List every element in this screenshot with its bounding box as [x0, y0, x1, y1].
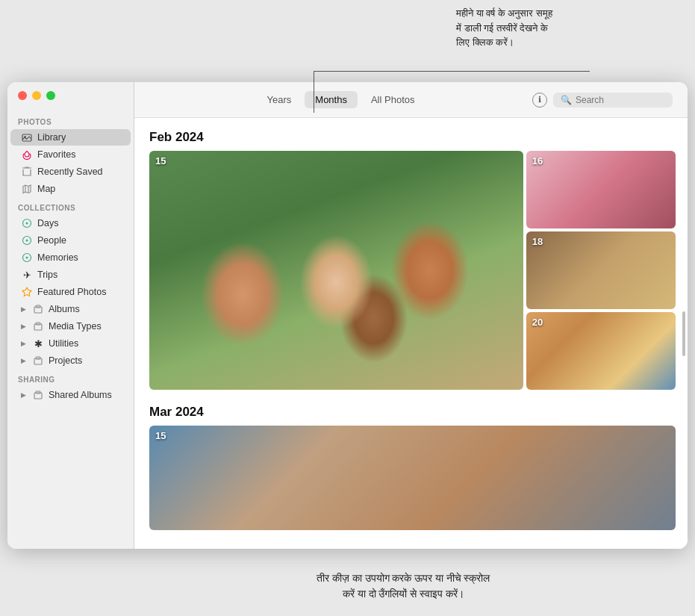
bottom-annotation: तीर कीज़ का उपयोग करके ऊपर या नीचे स्क्र…: [127, 570, 680, 603]
photo-thumb-feb-18[interactable]: 18: [526, 231, 676, 309]
shared-albums-icon: [32, 389, 44, 401]
utilities-icon: ✱: [32, 337, 44, 349]
sidebar-section-label-collections: Collections: [7, 198, 134, 214]
info-button[interactable]: ℹ: [532, 93, 547, 108]
people-icon: [21, 234, 33, 246]
sidebar-section-label-sharing: Sharing: [7, 370, 134, 386]
svg-point-5: [26, 240, 28, 242]
main-photo-mar[interactable]: 15: [149, 426, 676, 530]
map-label: Map: [37, 184, 55, 194]
month-section-feb-2024: Feb 2024 15 16 18: [149, 130, 676, 390]
albums-label: Albums: [49, 304, 80, 314]
month-label-mar: Mar 2024: [149, 405, 676, 420]
tab-all-photos[interactable]: All Photos: [361, 91, 426, 108]
utilities-label: Utilities: [49, 338, 78, 349]
featured-label: Featured Photos: [37, 287, 106, 297]
people-label: People: [37, 235, 66, 246]
photo-grid-feb: 15 16 18 20: [149, 151, 676, 390]
albums-icon: [32, 303, 44, 315]
svg-point-7: [26, 257, 28, 259]
photo-date-feb-main: 15: [155, 155, 166, 167]
month-section-mar-2024: Mar 2024 15: [149, 405, 676, 530]
shared-albums-label: Shared Albums: [49, 390, 112, 400]
search-input[interactable]: [576, 95, 665, 105]
search-bar[interactable]: 🔍: [553, 93, 673, 108]
main-photo-feb[interactable]: 15: [149, 151, 523, 390]
sidebar-section-label-photos: Photos: [7, 112, 134, 128]
photo-grid-mar: 15: [149, 426, 676, 530]
sidebar-item-utilities[interactable]: ▶ ✱ Utilities: [10, 335, 131, 352]
sidebar-section-sharing: Sharing ▶ Shared Albums: [7, 370, 134, 403]
library-label: Library: [37, 132, 66, 143]
featured-icon: [21, 286, 33, 298]
days-icon: [21, 217, 33, 229]
library-icon: [21, 131, 33, 143]
close-button[interactable]: [18, 91, 27, 100]
days-label: Days: [37, 218, 58, 228]
sidebar-item-memories[interactable]: Memories: [10, 249, 131, 266]
recently-saved-label: Recently Saved: [37, 167, 103, 177]
photo-thumb-feb-20[interactable]: 20: [526, 312, 676, 390]
sidebar-item-media-types[interactable]: ▶ Media Types: [10, 318, 131, 335]
scroll-indicator: [682, 311, 685, 356]
sidebar-item-recently-saved[interactable]: Recently Saved: [10, 164, 131, 180]
toolbar-tabs: Years Months All Photos: [149, 91, 532, 108]
minimize-button[interactable]: [32, 91, 41, 100]
sidebar-section-collections: Collections Days People: [7, 198, 134, 369]
media-types-icon: [32, 320, 44, 332]
sidebar-item-library[interactable]: Library: [10, 129, 131, 146]
photo-date-feb-16: 16: [532, 155, 543, 167]
sidebar-item-featured[interactable]: Featured Photos: [10, 284, 131, 300]
favorites-label: Favorites: [37, 149, 75, 160]
sidebar-item-albums[interactable]: ▶ Albums: [10, 301, 131, 317]
photo-date-mar-main: 15: [155, 430, 166, 441]
recently-saved-icon: [21, 166, 33, 178]
fullscreen-button[interactable]: [46, 91, 55, 100]
trips-label: Trips: [37, 270, 57, 280]
sidebar-section-photos: Photos Library: [7, 112, 134, 197]
traffic-lights: [18, 91, 55, 100]
sidebar-item-days[interactable]: Days: [10, 215, 131, 231]
map-icon: [21, 183, 33, 195]
month-label-feb: Feb 2024: [149, 130, 676, 145]
annotation-line: [314, 71, 590, 72]
photo-area[interactable]: Feb 2024 15 16 18: [134, 118, 688, 549]
search-icon: 🔍: [561, 95, 572, 105]
projects-label: Projects: [49, 355, 82, 366]
sidebar-item-projects[interactable]: ▶ Projects: [10, 352, 131, 369]
sidebar-item-trips[interactable]: ✈ Trips: [10, 267, 131, 283]
top-annotation: महीने या वर्ष के अनुसार समूह में डाली गई…: [456, 6, 650, 50]
projects-icon: [32, 355, 44, 367]
projects-chevron: ▶: [21, 357, 26, 364]
utilities-chevron: ▶: [21, 340, 26, 347]
media-types-label: Media Types: [49, 321, 102, 332]
photo-thumb-feb-16[interactable]: 16: [526, 151, 676, 228]
tab-years[interactable]: Years: [257, 91, 302, 108]
trips-icon: ✈: [21, 269, 33, 281]
sidebar-item-favorites[interactable]: Favorites: [10, 146, 131, 163]
sidebar: Photos Library: [7, 82, 134, 549]
tab-months[interactable]: Months: [305, 91, 358, 108]
sidebar-item-people[interactable]: People: [10, 232, 131, 249]
memories-label: Memories: [37, 252, 78, 263]
sidebar-item-map[interactable]: Map: [10, 181, 131, 197]
favorites-icon: [21, 149, 33, 161]
toolbar: Years Months All Photos ℹ 🔍: [134, 82, 688, 118]
memories-icon: [21, 252, 33, 264]
albums-chevron: ▶: [21, 305, 26, 313]
media-types-chevron: ▶: [21, 323, 26, 330]
shared-albums-chevron: ▶: [21, 391, 26, 399]
photo-date-feb-18: 18: [532, 236, 543, 247]
sidebar-item-shared-albums[interactable]: ▶ Shared Albums: [10, 387, 131, 403]
svg-point-3: [26, 223, 28, 225]
main-content: Years Months All Photos ℹ 🔍 Feb 2024 15: [134, 82, 688, 549]
photo-date-feb-20: 20: [532, 317, 543, 328]
photo-side-feb: 16 18 20: [526, 151, 676, 390]
main-window: Photos Library: [7, 82, 688, 549]
